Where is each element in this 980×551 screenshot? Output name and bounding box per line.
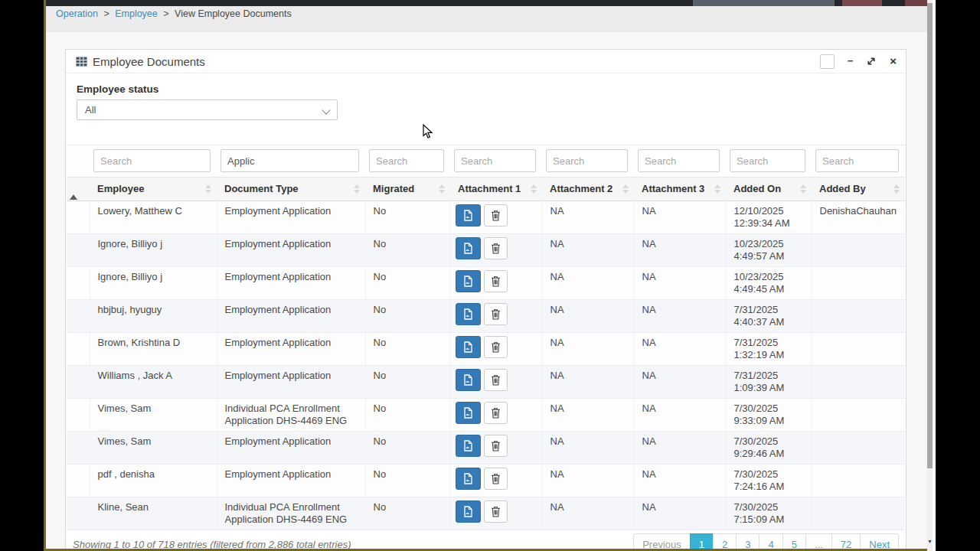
column-header-added_on[interactable]: Added On [726, 178, 812, 201]
panel-tool-empty-button[interactable] [820, 54, 835, 69]
column-header-employee[interactable]: Employee [90, 178, 217, 201]
attachment2-cell: NA [542, 465, 634, 497]
sort-ascending-icon [70, 183, 77, 200]
added-on-cell: 7/31/20251:09:39 AM [726, 366, 812, 399]
screen: Operation > Employee > View Employee Doc… [0, 0, 980, 551]
breadcrumb-separator: > [103, 8, 109, 19]
delete-button[interactable] [484, 336, 508, 358]
search-cell-migrated [365, 145, 450, 178]
pdf-view-button[interactable] [456, 237, 481, 259]
search-cell-document_type [217, 145, 365, 178]
delete-button[interactable] [484, 303, 508, 325]
column-header-attachment2[interactable]: Attachment 2 [542, 178, 634, 201]
delete-button[interactable] [484, 237, 508, 259]
navbar-button-2[interactable] [905, 0, 927, 6]
pdf-view-button[interactable] [456, 468, 481, 490]
search-input-document_type[interactable] [220, 149, 359, 172]
employee-status-select[interactable]: All [77, 99, 338, 120]
row-index-cell [67, 432, 90, 465]
pdf-view-button[interactable] [456, 500, 481, 523]
added-on-date: 7/30/2025 [734, 501, 804, 514]
minimize-icon[interactable]: − [848, 56, 854, 67]
column-label: Employee [97, 183, 144, 194]
delete-button[interactable] [484, 500, 508, 523]
search-input-attachment3[interactable] [638, 149, 720, 172]
column-header-document_type[interactable]: Document Type [217, 178, 365, 201]
app-viewport: Operation > Employee > View Employee Doc… [46, 0, 927, 551]
added-by-cell [812, 234, 905, 267]
added-on-time: 9:33:09 AM [734, 415, 804, 427]
row-index-cell [67, 234, 90, 267]
vertical-scrollbar[interactable]: ▼ [927, 0, 933, 551]
navbar-button-1[interactable] [842, 0, 882, 6]
search-cell-attachment1 [450, 145, 542, 178]
column-header-attachment3[interactable]: Attachment 3 [634, 178, 726, 201]
added-by-cell [812, 267, 905, 300]
migrated-cell: No [365, 333, 450, 366]
table-row: Ignore, Billiyo jEmployment ApplicationN… [67, 234, 905, 267]
added-by-cell [812, 300, 905, 333]
added-on-date: 7/30/2025 [734, 403, 804, 415]
navbar-search-input[interactable] [693, 0, 835, 6]
table-row: Kline, SeanIndividual PCA Enrollment App… [67, 497, 905, 530]
pdf-view-button[interactable] [456, 435, 481, 457]
delete-button[interactable] [484, 369, 508, 391]
search-input-migrated[interactable] [369, 149, 444, 172]
column-header-index[interactable] [67, 178, 90, 201]
breadcrumb-link-operation[interactable]: Operation [56, 8, 98, 19]
pdf-view-button[interactable] [456, 204, 481, 227]
added-on-date: 7/31/2025 [734, 304, 804, 316]
pdf-view-button[interactable] [456, 402, 481, 424]
close-icon[interactable]: × [890, 56, 897, 67]
breadcrumb-link-employee[interactable]: Employee [115, 8, 158, 19]
added-on-cell: 12/10/202512:39:34 AM [726, 201, 812, 234]
attachment2-cell: NA [542, 497, 634, 530]
document-type-cell: Individual PCA Enrollment Application DH… [217, 497, 365, 530]
column-header-added_by[interactable]: Added By [812, 178, 905, 201]
added-on-time: 1:09:39 AM [734, 382, 804, 394]
added-on-cell: 7/31/20251:32:19 AM [726, 333, 812, 366]
delete-button[interactable] [484, 468, 508, 490]
table-row: Vimes, SamIndividual PCA Enrollment Appl… [67, 399, 905, 432]
added-by-cell [812, 432, 905, 465]
pdf-view-button[interactable] [456, 270, 481, 292]
search-input-added_on[interactable] [730, 149, 805, 172]
added-by-cell [812, 399, 905, 432]
delete-button[interactable] [484, 402, 508, 424]
search-input-employee[interactable] [93, 149, 211, 172]
search-input-attachment1[interactable] [454, 149, 536, 172]
delete-button[interactable] [484, 270, 508, 292]
delete-button[interactable] [484, 204, 508, 227]
employee-cell: Kline, Sean [90, 497, 217, 530]
employee-cell: Vimes, Sam [90, 432, 217, 465]
column-header-migrated[interactable]: Migrated [365, 178, 450, 201]
entries-summary: Showing 1 to 10 of 718 entries (filtered… [73, 533, 351, 550]
added-on-date: 7/31/2025 [734, 337, 804, 349]
pdf-view-button[interactable] [456, 336, 481, 358]
added-on-cell: 7/30/20259:33:09 AM [726, 399, 812, 432]
column-label: Attachment 1 [458, 183, 521, 194]
scrollbar-down-arrow[interactable]: ▼ [927, 537, 933, 546]
pdf-view-button[interactable] [456, 303, 481, 325]
attachment1-cell [450, 333, 542, 366]
employee-cell: hbjbuj, hyuguy [90, 300, 217, 333]
document-type-cell: Employment Application [217, 234, 365, 267]
expand-icon[interactable] [866, 56, 877, 67]
pdf-view-button[interactable] [456, 369, 481, 391]
column-header-attachment1[interactable]: Attachment 1 [450, 178, 542, 201]
search-input-attachment2[interactable] [546, 149, 628, 172]
top-navbar [46, 0, 927, 6]
added-on-time: 12:39:34 AM [734, 217, 804, 230]
attachment2-cell: NA [542, 333, 634, 366]
row-index-cell [67, 267, 90, 300]
employee-documents-panel: Employee Documents − × Employee status A… [65, 49, 906, 551]
documents-table-wrap: EmployeeDocument TypeMigratedAttachment … [66, 145, 906, 530]
scrollbar-thumb[interactable] [927, 3, 933, 468]
row-index-cell [67, 333, 90, 366]
attachment3-cell: NA [634, 333, 726, 366]
attachment1-cell [450, 497, 542, 530]
search-input-added_by[interactable] [815, 149, 899, 172]
column-label: Attachment 2 [550, 183, 612, 194]
delete-button[interactable] [484, 435, 508, 457]
migrated-cell: No [365, 497, 450, 530]
